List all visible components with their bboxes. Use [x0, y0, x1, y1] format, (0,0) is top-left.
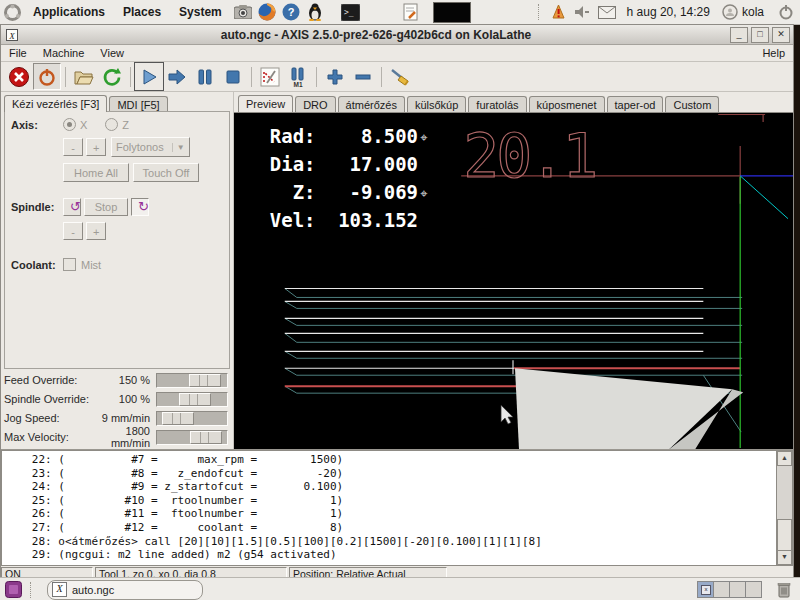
tab-atmerozes[interactable]: átmérőzés [338, 96, 405, 112]
slider-handle[interactable] [162, 412, 194, 425]
toolpath-plot: 20.1 [234, 113, 793, 449]
penguin-icon[interactable] [305, 2, 325, 22]
feed-override-slider[interactable] [156, 373, 228, 388]
slider-handle[interactable] [190, 431, 222, 444]
spindle-stop-button[interactable]: Stop [84, 198, 128, 216]
slider-handle[interactable] [189, 374, 221, 387]
workspace-3[interactable] [730, 582, 746, 597]
zoom-out-button[interactable] [349, 63, 377, 90]
xorg-icon: X [52, 582, 67, 597]
trash-icon[interactable] [774, 580, 794, 600]
gcode-line[interactable]: 25: ( #10 = rtoolnumber = 1) [12, 494, 776, 508]
scroll-up-arrow[interactable]: ▲ [777, 451, 792, 466]
step-button[interactable] [163, 63, 191, 90]
jog-increment-combo[interactable]: Folytonos ▼ [111, 137, 190, 157]
menu-machine[interactable]: Machine [35, 47, 93, 59]
menu-help[interactable]: Help [754, 47, 793, 59]
zoom-in-button[interactable] [321, 63, 349, 90]
show-desktop-icon[interactable] [3, 580, 23, 600]
screenshot-icon[interactable] [233, 2, 253, 22]
terminal-icon[interactable]: >_ [341, 2, 361, 22]
user-icon[interactable] [720, 2, 740, 22]
clock[interactable]: h aug 20, 14:29 [627, 5, 710, 19]
gcode-text[interactable]: 22: ( #7 = max_rpm = 1500) 23: ( #8 = z_… [1, 450, 776, 566]
volume-icon[interactable] [573, 2, 593, 22]
tab-dro[interactable]: DRO [295, 96, 335, 112]
tab-preview[interactable]: Preview [238, 95, 293, 112]
minimize-button[interactable]: _ [730, 27, 748, 43]
tab-kuposmenet[interactable]: kúposmenet [529, 96, 605, 112]
workspace-1[interactable]: x [698, 582, 714, 597]
slider-handle[interactable] [179, 393, 211, 406]
tab-furatolas[interactable]: furatolás [468, 96, 526, 112]
menu-file[interactable]: File [1, 47, 35, 59]
open-file-button[interactable] [70, 63, 98, 90]
gcode-line[interactable]: 29: (ngcgui: m2 line added) m2 (g54 acti… [12, 548, 776, 562]
max-velocity-slider[interactable] [156, 430, 228, 445]
stop-button[interactable] [219, 63, 247, 90]
workspace-4[interactable] [746, 582, 761, 597]
tab-kulsokup[interactable]: külsőkúp [407, 96, 466, 112]
mouse-cursor [501, 405, 513, 424]
backplot-canvas[interactable]: 20.1 [234, 112, 793, 449]
spindle-cw-button[interactable]: ↻ [131, 198, 149, 216]
tab-taper-od[interactable]: taper-od [607, 96, 664, 112]
tab-mdi[interactable]: MDI [F5] [109, 96, 167, 112]
jog-plus-button[interactable]: + [86, 138, 106, 156]
run-button[interactable] [135, 63, 163, 90]
help-icon[interactable]: ? [281, 2, 301, 22]
jog-speed-slider[interactable] [156, 411, 228, 426]
spindle-ccw-button[interactable]: ↺ [63, 198, 81, 216]
scroll-down-arrow[interactable]: ▼ [777, 550, 792, 565]
notes-icon[interactable] [401, 2, 421, 22]
workspace-2[interactable] [714, 582, 730, 597]
close-button[interactable]: ✕ [772, 27, 790, 43]
gcode-line[interactable]: 26: ( #11 = ftoolnumber = 1) [12, 507, 776, 521]
chevron-down-icon: ▼ [172, 143, 185, 152]
firefox-icon[interactable] [257, 2, 277, 22]
user-name[interactable]: kola [742, 5, 764, 19]
maximize-button[interactable]: □ [751, 27, 769, 43]
pause-button[interactable] [191, 63, 219, 90]
power-menu-icon[interactable] [776, 2, 796, 22]
titlebar[interactable]: X auto.ngc - AXIS 2.5.0-pre2-626-g402b6c… [1, 25, 793, 45]
jog-minus-button[interactable]: - [63, 138, 83, 156]
taskbar: X auto.ngc x [0, 577, 800, 600]
task-button[interactable]: X auto.ngc [47, 580, 203, 600]
system-menu[interactable]: System [170, 5, 231, 19]
updates-alert-icon[interactable] [549, 2, 569, 22]
spindle-override-slider[interactable] [156, 392, 228, 407]
jog-speed-value: 9 mm/min [92, 412, 156, 424]
spindle-faster-button[interactable]: + [86, 222, 106, 240]
axis-x-radio[interactable] [63, 118, 76, 131]
places-menu[interactable]: Places [114, 5, 170, 19]
reload-button[interactable] [98, 63, 126, 90]
gcode-line[interactable]: 27: ( #12 = coolant = 8) [12, 521, 776, 535]
preview-panel: Preview DRO átmérőzés külsőkúp furatolás… [233, 92, 793, 449]
gcode-scrollbar[interactable]: ▲ ▼ [776, 450, 793, 566]
feed-override-label: Feed Override: [4, 374, 92, 386]
estop-button[interactable] [5, 63, 33, 90]
gcode-line[interactable]: 23: ( #8 = z_endofcut = -20) [12, 467, 776, 481]
menu-view[interactable]: View [92, 47, 132, 59]
gcode-line[interactable]: 28: o<átmérőzés> call [20][10][1.5][0.5]… [12, 535, 776, 549]
gcode-line[interactable]: 22: ( #7 = max_rpm = 1500) [12, 453, 776, 467]
window-thumbnail[interactable] [433, 2, 471, 23]
dro-vel: Vel: 103.152 [270, 209, 418, 231]
mail-icon[interactable] [597, 2, 617, 22]
touch-off-button[interactable]: Touch Off [133, 163, 199, 182]
distro-logo-icon[interactable] [2, 2, 22, 22]
axis-z-radio[interactable] [105, 118, 118, 131]
override-sliders: Feed Override: 150 % Spindle Override: 1… [1, 369, 233, 449]
machine-power-button[interactable] [33, 63, 61, 90]
applications-menu[interactable]: Applications [24, 5, 114, 19]
mist-checkbox[interactable] [63, 258, 76, 271]
spindle-slower-button[interactable]: - [63, 222, 83, 240]
home-all-button[interactable]: Home All [63, 163, 129, 182]
gcode-line[interactable]: 24: ( #9 = z_startofcut = 0.100) [12, 480, 776, 494]
optional-pause-m1-button[interactable]: M1 [284, 63, 312, 90]
clear-plot-button[interactable] [386, 63, 414, 90]
tab-custom[interactable]: Custom [665, 96, 719, 112]
tab-manual-control[interactable]: Kézi vezérlés [F3] [4, 95, 107, 112]
skip-lines-button[interactable] [256, 63, 284, 90]
